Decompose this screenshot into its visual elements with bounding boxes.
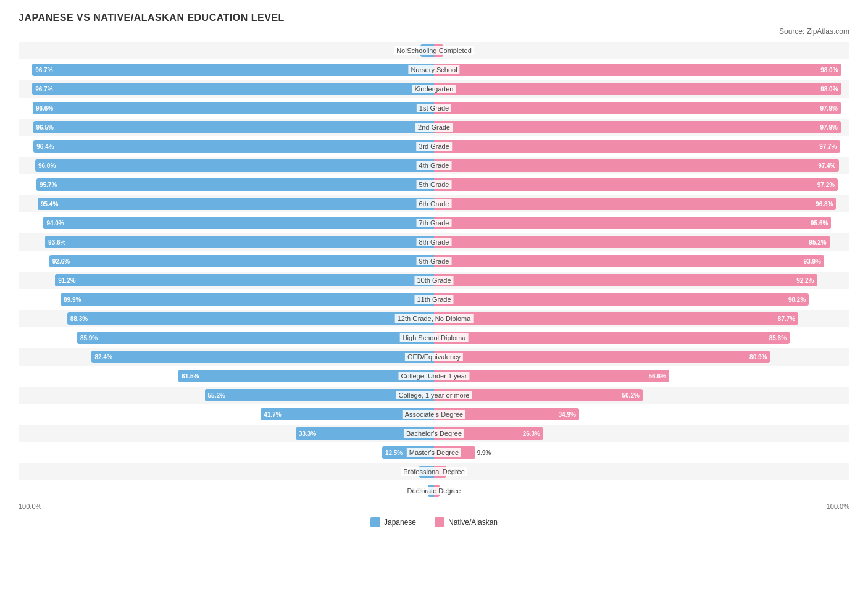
right-section: 95.2% — [434, 233, 849, 251]
bar-right: 97.7% — [434, 140, 840, 153]
bar-left: 82.4% — [91, 351, 434, 363]
val-right: 97.2% — [817, 182, 838, 188]
val-left: 96.7% — [32, 86, 52, 93]
right-section: 97.9% — [434, 99, 849, 117]
row-label: 4th Grade — [417, 161, 452, 170]
left-section: 3.5% — [19, 463, 434, 480]
left-section: 96.4% — [19, 138, 434, 155]
bar-right: 95.2% — [434, 236, 830, 248]
left-section: 61.5% — [19, 367, 434, 385]
row-label: 12th Grade, No Diploma — [395, 314, 474, 323]
left-section: 82.4% — [19, 348, 434, 366]
val-right: 85.6% — [769, 335, 790, 341]
bar-row: 92.6%9th Grade93.9% — [19, 253, 849, 270]
val-right: 95.6% — [811, 220, 831, 227]
row-label: Nursery School — [408, 65, 459, 74]
legend-japanese-label: Japanese — [384, 518, 416, 527]
right-section: 98.0% — [434, 61, 849, 78]
row-label: Bachelor's Degree — [404, 429, 464, 438]
bar-left: 61.5% — [178, 370, 434, 382]
val-right: 96.8% — [816, 201, 836, 207]
val-left: 96.6% — [33, 105, 53, 112]
right-section: 97.4% — [434, 157, 849, 174]
row-label: Master's Degree — [407, 448, 461, 457]
bar-row: 95.4%6th Grade96.8% — [19, 195, 849, 212]
right-section: 85.6% — [434, 329, 849, 346]
bar-left: 89.9% — [61, 293, 434, 306]
bar-row: 89.9%11th Grade90.2% — [19, 291, 849, 308]
val-left: 82.4% — [91, 354, 112, 361]
right-section: 9.9% — [434, 444, 849, 461]
bar-right: 80.9% — [434, 351, 770, 363]
right-section: 97.2% — [434, 176, 849, 193]
left-section: 93.6% — [19, 233, 434, 251]
right-section: 93.9% — [434, 253, 849, 270]
left-section: 92.6% — [19, 253, 434, 270]
legend: Japanese Native/Alaskan — [19, 517, 849, 527]
bar-left: 95.4% — [38, 198, 434, 210]
val-right: 56.6% — [649, 373, 669, 380]
right-section: 3.0% — [434, 463, 849, 480]
row-label: 7th Grade — [417, 219, 452, 227]
right-section: 96.8% — [434, 195, 849, 212]
val-left: 91.2% — [55, 277, 75, 284]
left-section: 96.7% — [19, 80, 434, 98]
bar-left: 91.2% — [55, 274, 434, 286]
row-label: Doctorate Degree — [405, 487, 464, 495]
left-section: 95.7% — [19, 176, 434, 193]
bar-left: 88.3% — [67, 312, 434, 325]
right-section: 92.2% — [434, 272, 849, 289]
row-label: College, Under 1 year — [398, 372, 469, 380]
bar-left: 96.5% — [33, 121, 434, 133]
legend-japanese-color — [370, 517, 380, 527]
bar-row: 1.5%Doctorate Degree1.3% — [19, 482, 849, 500]
bar-row: 88.3%12th Grade, No Diploma87.7% — [19, 310, 849, 327]
bar-row: 96.5%2nd Grade97.9% — [19, 119, 849, 136]
bar-right: 97.9% — [434, 102, 841, 114]
bar-right: 97.9% — [434, 121, 841, 133]
row-label: 3rd Grade — [416, 142, 452, 151]
axis-left-label: 100.0% — [19, 503, 434, 510]
val-right: 50.2% — [622, 392, 642, 399]
val-right: 97.9% — [820, 105, 841, 112]
val-left: 96.0% — [35, 162, 56, 169]
val-left: 95.4% — [38, 201, 58, 207]
bar-right: 98.0% — [434, 83, 841, 95]
bar-right: 87.7% — [434, 312, 798, 325]
bar-right: 90.2% — [434, 293, 809, 306]
val-left: 88.3% — [67, 316, 88, 322]
bar-row: 94.0%7th Grade95.6% — [19, 214, 849, 232]
right-section: 80.9% — [434, 348, 849, 366]
bar-left: 96.6% — [33, 102, 434, 114]
left-section: 95.4% — [19, 195, 434, 212]
bar-left: 85.9% — [77, 332, 434, 344]
bar-row: 91.2%10th Grade92.2% — [19, 272, 849, 289]
row-label: 11th Grade — [414, 295, 453, 304]
bar-right: 92.2% — [434, 274, 817, 286]
val-right: 87.7% — [778, 316, 798, 322]
bar-right: 85.6% — [434, 332, 790, 344]
bar-left: 95.7% — [36, 178, 434, 191]
left-section: 3.3% — [19, 42, 434, 59]
bar-row: 96.7%Nursery School98.0% — [19, 61, 849, 78]
bar-right: 97.4% — [434, 159, 839, 172]
left-section: 96.6% — [19, 99, 434, 117]
left-section: 94.0% — [19, 214, 434, 232]
val-left: 41.7% — [261, 411, 281, 418]
row-label: 5th Grade — [417, 180, 452, 189]
val-left: 85.9% — [77, 335, 98, 341]
bar-row: 33.3%Bachelor's Degree26.3% — [19, 425, 849, 442]
row-label: 1st Grade — [417, 104, 451, 112]
bar-row: 41.7%Associate's Degree34.9% — [19, 406, 849, 423]
val-right: 92.2% — [796, 277, 817, 284]
row-label: Associate's Degree — [403, 410, 465, 419]
right-section: 1.3% — [434, 482, 849, 500]
row-label: College, 1 year or more — [396, 391, 472, 399]
left-section: 96.7% — [19, 61, 434, 78]
left-section: 88.3% — [19, 310, 434, 327]
val-right: 90.2% — [788, 296, 809, 303]
bar-left: 94.0% — [43, 217, 434, 229]
left-section: 12.5% — [19, 444, 434, 461]
val-left: 12.5% — [382, 449, 403, 456]
left-section: 41.7% — [19, 406, 434, 423]
